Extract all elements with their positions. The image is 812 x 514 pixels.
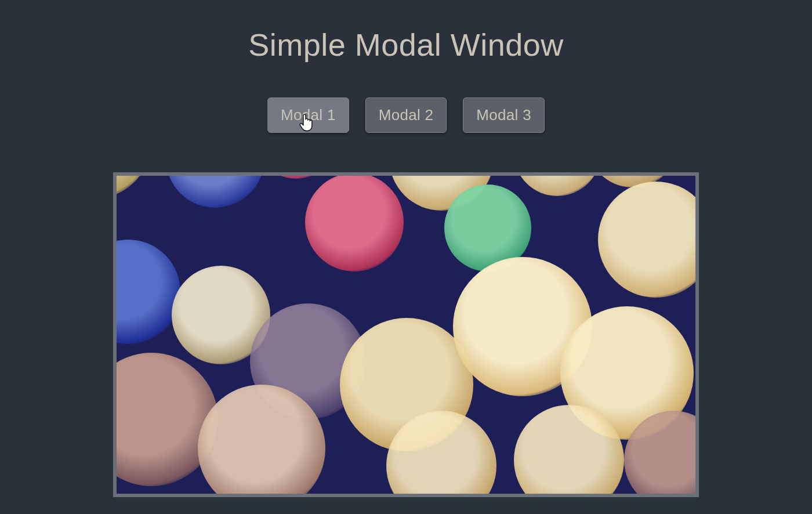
button-row: Modal 1 Modal 2 Modal 3	[0, 97, 812, 133]
modal-1-button[interactable]: Modal 1	[267, 97, 349, 133]
bokeh-blob	[113, 240, 180, 344]
modal-2-button[interactable]: Modal 2	[365, 97, 447, 133]
bokeh-blob	[598, 182, 699, 298]
bokeh-blob	[166, 172, 264, 208]
page-container: Simple Modal Window Modal 1 Modal 2 Moda…	[0, 27, 812, 497]
bokeh-image	[117, 176, 695, 494]
bokeh-image-frame	[113, 172, 699, 497]
bokeh-blob	[514, 172, 601, 196]
bokeh-blob	[305, 173, 404, 272]
modal-3-button[interactable]: Modal 3	[463, 97, 545, 133]
bokeh-blob	[253, 172, 340, 179]
page-title: Simple Modal Window	[0, 27, 812, 63]
bokeh-blob	[113, 172, 151, 199]
